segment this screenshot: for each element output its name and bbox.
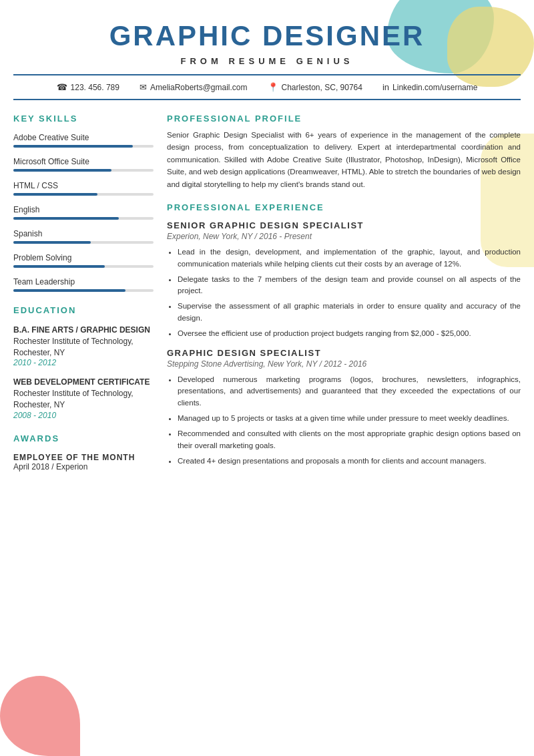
- skill-item: Team Leadership: [13, 277, 154, 292]
- experience-section: PROFESSIONAL EXPERIENCE SENIOR GRAPHIC D…: [167, 202, 521, 467]
- location-text: Charleston, SC, 90764: [282, 83, 362, 92]
- job-company: Experion, New York, NY / 2016 - Present: [167, 232, 521, 241]
- edu-year: 2010 - 2012: [13, 358, 154, 367]
- profile-heading: PROFESSIONAL PROFILE: [167, 114, 521, 124]
- bullet-item: Supervise the assessment of all graphic …: [178, 301, 521, 325]
- bullet-item: Recommended and consulted with clients o…: [178, 428, 521, 452]
- profile-section: PROFESSIONAL PROFILE Senior Graphic Desi…: [167, 114, 521, 190]
- awards-heading: AWARDS: [13, 433, 154, 445]
- skill-bar-bg: [13, 217, 154, 220]
- job-title: SENIOR GRAPHIC DESIGN SPECIALIST: [167, 220, 521, 230]
- skill-name: Microsoft Office Suite: [13, 157, 154, 166]
- education-list: B.A. FINE ARTS / GRAPHIC DESIGN Rocheste…: [13, 325, 154, 420]
- award-name: EMPLOYEE OF THE MONTH: [13, 453, 154, 462]
- bullet-list: Developed numerous marketing programs (l…: [167, 374, 521, 467]
- experience-heading: PROFESSIONAL EXPERIENCE: [167, 202, 521, 212]
- linkedin-text: Linkedin.com/username: [392, 83, 477, 92]
- skills-heading: KEY SKILLS: [13, 114, 154, 125]
- edu-degree: B.A. FINE ARTS / GRAPHIC DESIGN Rocheste…: [13, 325, 154, 358]
- skill-bar-bg: [13, 265, 154, 268]
- right-column: PROFESSIONAL PROFILE Senior Graphic Desi…: [167, 114, 521, 485]
- skill-bar-fill: [13, 241, 91, 244]
- skills-list: Adobe Creative Suite Microsoft Office Su…: [13, 133, 154, 292]
- blob-pink-decoration: [0, 676, 80, 756]
- contact-location: 📍 Charleston, SC, 90764: [268, 82, 362, 92]
- main-content: KEY SKILLS Adobe Creative Suite Microsof…: [0, 114, 534, 485]
- skill-item: Microsoft Office Suite: [13, 157, 154, 172]
- job-item: GRAPHIC DESIGN SPECIALIST Stepping Stone…: [167, 348, 521, 467]
- job-item: SENIOR GRAPHIC DESIGN SPECIALIST Experio…: [167, 220, 521, 340]
- resume-title: GRAPHIC DESIGNER: [13, 20, 521, 52]
- skill-name: Problem Solving: [13, 253, 154, 262]
- skill-name: Adobe Creative Suite: [13, 133, 154, 142]
- skill-bar-fill: [13, 217, 119, 220]
- skill-item: Adobe Creative Suite: [13, 133, 154, 148]
- bullet-item: Delegate tasks to the 7 members of the d…: [178, 274, 521, 298]
- header: GRAPHIC DESIGNER FROM RESUME GENIUS: [0, 0, 534, 66]
- skill-name: Spanish: [13, 229, 154, 238]
- skill-bar-fill: [13, 289, 125, 292]
- profile-text: Senior Graphic Design Specialist with 6+…: [167, 129, 521, 190]
- bullet-item: Developed numerous marketing programs (l…: [178, 374, 521, 409]
- edu-degree: WEB DEVELOPMENT CERTIFICATE Rochester In…: [13, 377, 154, 410]
- bullet-item: Oversee the efficient use of production …: [178, 328, 521, 340]
- edu-institution: Rochester Institute of Technology, Roche…: [13, 337, 134, 357]
- skill-bar-fill: [13, 169, 111, 172]
- location-icon: 📍: [268, 82, 278, 92]
- edu-institution: Rochester Institute of Technology, Roche…: [13, 389, 134, 409]
- skill-bar-bg: [13, 145, 154, 148]
- award-detail: April 2018 / Experion: [13, 462, 154, 471]
- skill-name: HTML / CSS: [13, 181, 154, 190]
- linkedin-icon: in: [382, 82, 389, 92]
- awards-list: EMPLOYEE OF THE MONTH April 2018 / Exper…: [13, 453, 154, 471]
- education-item: WEB DEVELOPMENT CERTIFICATE Rochester In…: [13, 377, 154, 419]
- skill-bar-bg: [13, 193, 154, 196]
- email-text: AmeliaRoberts@gmail.com: [150, 83, 248, 92]
- email-icon: ✉: [140, 82, 147, 92]
- skill-bar-bg: [13, 289, 154, 292]
- phone-text: 123. 456. 789: [71, 83, 119, 92]
- left-column: KEY SKILLS Adobe Creative Suite Microsof…: [13, 114, 154, 485]
- bullet-list: Lead in the design, development, and imp…: [167, 246, 521, 340]
- education-section: EDUCATION B.A. FINE ARTS / GRAPHIC DESIG…: [13, 305, 154, 420]
- resume-subtitle: FROM RESUME GENIUS: [13, 56, 521, 66]
- skill-item: Spanish: [13, 229, 154, 244]
- job-title: GRAPHIC DESIGN SPECIALIST: [167, 348, 521, 358]
- contact-bar: ☎ 123. 456. 789 ✉ AmeliaRoberts@gmail.co…: [13, 74, 521, 100]
- contact-email: ✉ AmeliaRoberts@gmail.com: [140, 82, 248, 92]
- bullet-item: Managed up to 5 projects or tasks at a g…: [178, 413, 521, 425]
- edu-year: 2008 - 2010: [13, 411, 154, 420]
- skill-item: Problem Solving: [13, 253, 154, 268]
- skill-bar-fill: [13, 265, 105, 268]
- skill-name: Team Leadership: [13, 277, 154, 287]
- skill-bar-fill: [13, 193, 97, 196]
- jobs-list: SENIOR GRAPHIC DESIGN SPECIALIST Experio…: [167, 220, 521, 467]
- skills-section: KEY SKILLS Adobe Creative Suite Microsof…: [13, 114, 154, 292]
- bullet-item: Lead in the design, development, and imp…: [178, 246, 521, 270]
- skill-item: English: [13, 205, 154, 220]
- contact-phone: ☎ 123. 456. 789: [57, 82, 119, 92]
- job-company: Stepping Stone Advertising, New York, NY…: [167, 359, 521, 369]
- phone-icon: ☎: [57, 82, 67, 92]
- contact-linkedin: in Linkedin.com/username: [382, 82, 478, 92]
- skill-bar-bg: [13, 241, 154, 244]
- awards-section: AWARDS EMPLOYEE OF THE MONTH April 2018 …: [13, 433, 154, 471]
- education-heading: EDUCATION: [13, 305, 154, 317]
- skill-name: English: [13, 205, 154, 214]
- skill-bar-bg: [13, 169, 154, 172]
- bullet-item: Created 4+ design presentations and prop…: [178, 455, 521, 467]
- award-item: EMPLOYEE OF THE MONTH April 2018 / Exper…: [13, 453, 154, 471]
- skill-item: HTML / CSS: [13, 181, 154, 196]
- education-item: B.A. FINE ARTS / GRAPHIC DESIGN Rocheste…: [13, 325, 154, 367]
- skill-bar-fill: [13, 145, 133, 148]
